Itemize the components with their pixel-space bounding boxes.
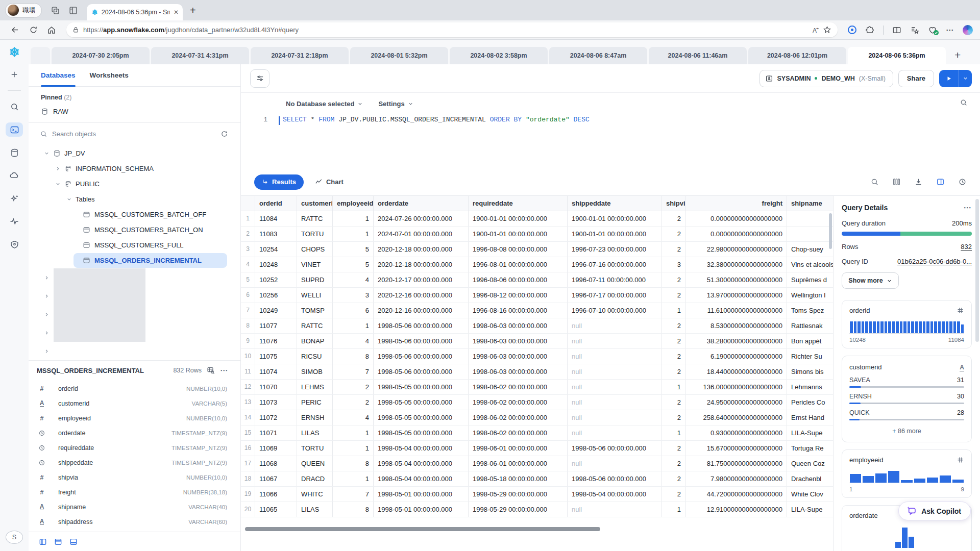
workspaces-icon[interactable] [51, 6, 60, 15]
pinned-item-raw[interactable]: RAW [29, 103, 240, 119]
table-row[interactable]: 111084RATTC12024-07-26 00:00:00.0001900-… [241, 211, 833, 227]
table-row[interactable]: 1711068QUEEN81998-05-04 00:00:00.0001998… [241, 456, 833, 471]
query-id-link[interactable]: 01b62a25-0c06-dd6b-0... [897, 258, 972, 265]
data-nav-icon[interactable] [6, 145, 23, 160]
table-row[interactable]: 1811067DRACD11998-05-04 00:00:00.0001998… [241, 471, 833, 487]
share-button[interactable]: Share [898, 70, 934, 87]
stat-card-orderid[interactable]: orderid 10248 11084 [842, 300, 972, 348]
table-row[interactable]: 911076BONAP41998-05-06 00:00:00.0001998-… [241, 334, 833, 349]
back-icon[interactable] [7, 22, 22, 38]
create-plus-icon[interactable] [6, 67, 23, 82]
tree-table-item[interactable]: MSSQL_CUSTOMERS_BATCH_OFF [74, 207, 227, 222]
browser-new-tab-button[interactable]: + [190, 5, 196, 16]
url-bar[interactable]: https://app.snowflake.com/jugdhon/cdata_… [66, 22, 838, 37]
table-row[interactable]: 1211070LEHMS21998-05-05 00:00:00.0001998… [241, 380, 833, 395]
schema-column-row[interactable]: AshipaddressVARCHAR(60) [29, 514, 240, 529]
worksheet-tab[interactable]: 2024-07-31 4:31pm [151, 47, 249, 64]
table-row[interactable]: 310254CHOPS52020-12-18 00:00:00.0001996-… [241, 242, 833, 257]
browser-tab[interactable]: ❄ 2024-08-06 5:36pm - Snowfla ✕ [87, 4, 183, 20]
table-row[interactable]: 1311073PERIC21998-05-05 00:00:00.0001998… [241, 395, 833, 410]
schema-column-row[interactable]: #employeeidNUMBER(10,0) [29, 411, 240, 425]
more-values-link[interactable]: + 86 more [849, 428, 964, 435]
column-header[interactable]: shipname [787, 196, 833, 211]
tree-table-item[interactable]: MSSQL_CUSTOMERS_FULL [74, 238, 227, 253]
tree-schema-public[interactable]: PUBLIC [29, 176, 240, 191]
tree-tables-group[interactable]: Tables [29, 191, 240, 207]
details-scrollbar[interactable] [975, 199, 979, 342]
vertical-scrollbar[interactable] [829, 213, 832, 249]
column-header[interactable]: employeeid [333, 196, 374, 211]
favorite-star-icon[interactable] [823, 26, 831, 34]
rows-value-link[interactable]: 832 [961, 243, 972, 251]
stat-card-employeeid[interactable]: employeeid 1 9 [842, 449, 972, 498]
vertical-tabs-icon[interactable] [69, 6, 78, 15]
chevron-right-icon[interactable] [44, 293, 50, 299]
snowflake-logo[interactable]: ❄ [9, 46, 20, 59]
show-more-button[interactable]: Show more [842, 272, 899, 289]
columns-icon[interactable] [892, 178, 901, 186]
column-header[interactable]: shipvia [662, 196, 685, 211]
tab-databases[interactable]: Databases [41, 64, 76, 86]
ask-copilot-button[interactable]: Ask Copilot [898, 502, 971, 520]
preview-data-icon[interactable] [207, 366, 215, 374]
schema-column-row[interactable]: shippeddateTIMESTAMP_NTZ(9) [29, 455, 240, 470]
top-value-row[interactable]: ERNSH30 [849, 393, 964, 404]
stat-card-customerid[interactable]: customerid A SAVEA31ERNSH30QUICK28 + 86 … [842, 356, 972, 442]
schema-menu-icon[interactable]: ⋯ [220, 366, 228, 375]
column-header[interactable]: orderid [255, 196, 297, 211]
column-header[interactable]: customerid [297, 196, 333, 211]
table-row[interactable]: 410248VINET52020-12-18 00:00:00.0001996-… [241, 257, 833, 272]
schema-column-row[interactable]: #shipviaNUMBER(10,0) [29, 470, 240, 485]
copilot-icon[interactable] [963, 25, 973, 35]
schema-column-row[interactable]: AcustomeridVARCHAR(5) [29, 396, 240, 411]
refresh-icon[interactable] [26, 22, 41, 38]
chevron-right-icon[interactable] [44, 348, 50, 354]
split-screen-icon[interactable] [892, 26, 901, 35]
schema-column-row[interactable]: requireddateTIMESTAMP_NTZ(9) [29, 440, 240, 455]
worksheet-tab-partial[interactable] [31, 47, 50, 64]
column-header[interactable]: requireddate [469, 196, 568, 211]
tree-database-jp-dv[interactable]: JP_DV [29, 145, 240, 161]
toggle-top-panel-icon[interactable] [54, 538, 62, 546]
worksheet-tab[interactable]: 2024-08-06 11:46am [649, 47, 747, 64]
top-value-row[interactable]: SAVEA31 [849, 377, 964, 388]
column-header[interactable]: freight [685, 196, 787, 211]
table-row[interactable]: 811077RATTC11998-05-06 00:00:00.0001998-… [241, 318, 833, 334]
column-header[interactable]: shippeddate [568, 196, 662, 211]
schema-column-row[interactable]: AshipnameVARCHAR(40) [29, 499, 240, 514]
column-header[interactable]: orderdate [374, 196, 469, 211]
chevron-down-icon[interactable] [66, 196, 72, 202]
table-row[interactable]: 2011065LILAS81998-05-01 00:00:00.0001998… [241, 502, 833, 517]
query-history-icon[interactable] [958, 178, 967, 186]
toggle-details-panel-icon[interactable] [936, 178, 945, 186]
run-button[interactable] [939, 70, 972, 87]
governance-shield-icon[interactable] [6, 237, 23, 252]
table-row[interactable]: 1911066WHITC71998-05-01 00:00:00.0001998… [241, 487, 833, 502]
activity-pulse-icon[interactable] [6, 214, 23, 229]
settings-menu[interactable]: Settings [378, 100, 413, 108]
worksheets-nav-icon[interactable] [6, 122, 23, 137]
toggle-bottom-panel-icon[interactable] [69, 538, 78, 546]
worksheet-tab[interactable]: 2024-07-31 2:18pm [251, 47, 349, 64]
role-warehouse-selector[interactable]: SYSADMIN DEMO_WH (X-Small) [760, 70, 893, 87]
chevron-right-icon[interactable] [44, 330, 50, 336]
chevron-down-icon[interactable] [55, 181, 61, 187]
tab-close-icon[interactable]: ✕ [174, 9, 179, 16]
marketplace-cloud-icon[interactable] [6, 168, 23, 183]
worksheet-tab[interactable]: 2024-08-06 8:47am [549, 47, 647, 64]
table-row[interactable]: 1511071LILAS11998-05-05 00:00:00.0001998… [241, 425, 833, 441]
home-icon[interactable] [44, 22, 59, 38]
run-options-chevron-icon[interactable] [959, 76, 972, 81]
collections-icon[interactable] [910, 26, 919, 35]
read-aloud-icon[interactable]: A⌁ [813, 26, 819, 34]
tab-chart[interactable]: Chart [309, 174, 350, 190]
table-row[interactable]: 1411072ERNSH41998-05-05 00:00:00.0001998… [241, 410, 833, 425]
browser-menu-icon[interactable]: ⋯ [946, 26, 954, 35]
password-manager-icon[interactable] [848, 26, 856, 34]
database-selector[interactable]: No Database selected [286, 100, 363, 108]
chevron-right-icon[interactable] [44, 312, 50, 317]
table-row[interactable]: 1011075RICSU81998-05-06 00:00:00.0001998… [241, 349, 833, 364]
browser-essentials-icon[interactable] [928, 26, 937, 35]
worksheet-tab[interactable]: 2024-07-30 2:05pm [52, 47, 150, 64]
chevron-down-icon[interactable] [44, 151, 50, 156]
